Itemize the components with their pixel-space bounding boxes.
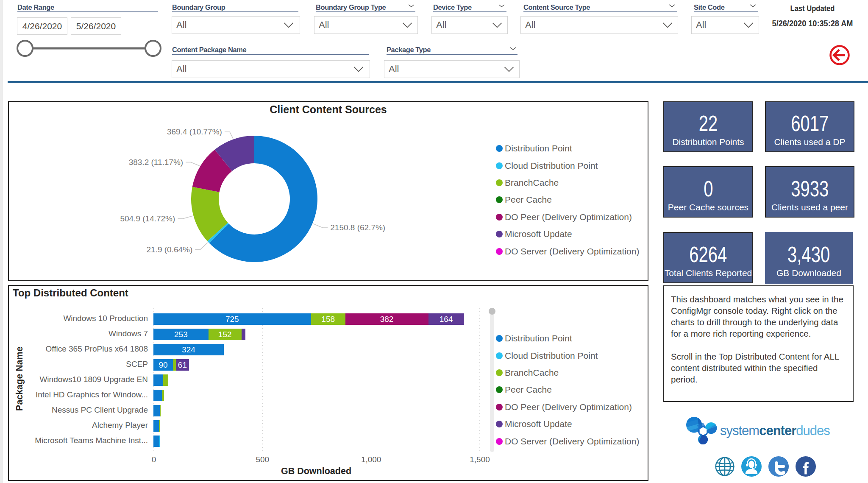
slider-handle-end[interactable] <box>145 41 161 56</box>
legend-label: DO Peer (Delivery Optimization) <box>505 402 632 412</box>
kpi-value: 6017 <box>791 112 829 134</box>
legend-dot-icon <box>496 369 503 376</box>
bar-segment[interactable] <box>162 390 164 401</box>
legend-item[interactable]: DO Server (Delivery Optimization) <box>496 243 639 260</box>
bar-segment[interactable] <box>153 436 159 447</box>
bar-value-label: 253 <box>153 329 209 340</box>
scrollbar-thumb[interactable] <box>489 308 495 315</box>
slicer-underline <box>387 54 517 55</box>
note-paragraph-1: This dashboard matches what you see in t… <box>671 293 846 339</box>
chevron-down-icon[interactable] <box>498 4 505 7</box>
legend-item[interactable]: DO Server (Delivery Optimization) <box>496 433 639 449</box>
chevron-down-icon[interactable] <box>669 4 675 7</box>
gridline <box>262 308 263 451</box>
donut-label-leader <box>195 243 208 249</box>
kpi-label: Clients used a peer <box>771 203 848 212</box>
package-type-dropdown[interactable]: All <box>384 60 520 78</box>
scrollbar-track[interactable] <box>490 308 494 452</box>
kpi-clients-used-dp[interactable]: 6017 Clients used a DP <box>765 101 854 152</box>
legend-dot-icon <box>496 248 503 255</box>
bar-value-label: 725 <box>153 313 311 325</box>
legend-item[interactable]: Cloud Distribution Point <box>496 157 639 174</box>
bar-value-label: 152 <box>209 329 242 340</box>
legend-item[interactable]: Microsoft Update <box>496 226 639 243</box>
date-start-input[interactable]: 4/26/2020 <box>17 17 67 35</box>
website-globe-icon[interactable] <box>715 456 735 477</box>
boundary-group-dropdown[interactable]: All <box>172 16 300 34</box>
legend-label: DO Server (Delivery Optimization) <box>505 436 639 447</box>
bar-segment[interactable] <box>160 405 161 416</box>
note-paragraph-2: Scroll in the Top Distributed Content fo… <box>671 351 846 385</box>
content-package-name-label: Content Package Name <box>172 46 246 54</box>
bar-segment[interactable] <box>159 420 160 432</box>
legend-dot-icon <box>496 352 503 359</box>
legend-dot-icon <box>496 214 503 221</box>
bar-segment[interactable] <box>153 374 163 386</box>
legend-item[interactable]: Peer Cache <box>496 381 639 398</box>
kpi-distribution-points[interactable]: 22 Distribution Points <box>663 101 753 152</box>
legend-label: Distribution Point <box>505 143 572 154</box>
bar-category-label: Office 365 ProPlus x64 1808 <box>26 344 148 354</box>
facebook-icon[interactable] <box>796 456 816 477</box>
bar-segment[interactable] <box>153 405 160 416</box>
chevron-down-icon[interactable] <box>408 4 415 7</box>
kpi-gb-downloaded[interactable]: 3,430 GB Downloaded <box>765 232 853 284</box>
bar-segment[interactable] <box>173 359 176 371</box>
legend-item[interactable]: Microsoft Update <box>496 416 639 433</box>
date-range-slider[interactable] <box>16 39 162 58</box>
device-type-value: All <box>432 20 492 31</box>
content-package-name-dropdown[interactable]: All <box>172 60 370 78</box>
boundary-group-type-value: All <box>314 20 402 31</box>
bar-value-label: 90 <box>153 359 173 371</box>
chevron-down-icon[interactable] <box>510 47 516 50</box>
legend-dot-icon <box>496 145 503 152</box>
slider-handle-start[interactable] <box>17 41 33 56</box>
legend-item[interactable]: Peer Cache <box>496 191 639 208</box>
bar-category-label: Intel HD Graphics for Window... <box>26 390 148 399</box>
content-source-type-dropdown[interactable]: All <box>520 16 678 34</box>
bar-category-label: Windows 7 <box>26 329 148 338</box>
boundary-group-type-dropdown[interactable]: All <box>314 16 418 34</box>
header-divider <box>8 81 868 83</box>
legend-dot-icon <box>496 231 503 237</box>
kpi-label: Distribution Points <box>672 137 744 146</box>
boundary-group-label: Boundary Group <box>172 3 225 11</box>
legend-item[interactable]: Distribution Point <box>496 330 639 347</box>
kpi-value: 3,430 <box>787 243 830 265</box>
bar-segment[interactable] <box>163 374 168 386</box>
legend-label: DO Peer (Delivery Optimization) <box>505 212 632 222</box>
contact-support-icon[interactable] <box>741 456 762 477</box>
x-axis-title: GB Downloaded <box>281 466 351 477</box>
kpi-clients-used-peer[interactable]: 3933 Clients used a peer <box>765 166 854 218</box>
slicer-underline <box>694 11 758 12</box>
kpi-peer-cache-sources[interactable]: 0 Peer Cache sources <box>663 166 753 218</box>
bar-category-label: Microsoft Teams Machine Inst... <box>26 436 148 445</box>
legend-item[interactable]: BranchCache <box>496 364 639 381</box>
chevron-down-icon[interactable] <box>750 4 756 7</box>
bar-category-label: Nessus PC Client Upgrade <box>26 405 148 415</box>
bar-legend: Distribution PointCloud Distribution Poi… <box>496 330 639 450</box>
note-box: This dashboard matches what you see in t… <box>663 285 854 402</box>
bar-segment[interactable] <box>153 390 162 401</box>
legend-item[interactable]: DO Peer (Delivery Optimization) <box>496 209 639 226</box>
legend-item[interactable]: Cloud Distribution Point <box>496 347 639 364</box>
twitter-icon[interactable] <box>768 456 789 477</box>
back-button[interactable] <box>829 45 850 66</box>
legend-item[interactable]: BranchCache <box>496 174 639 191</box>
date-end-input[interactable]: 5/26/2020 <box>71 17 121 35</box>
bar-segment[interactable] <box>159 436 160 447</box>
legend-item[interactable]: Distribution Point <box>496 140 639 157</box>
legend-label: Distribution Point <box>505 333 572 343</box>
slicer-underline <box>316 11 415 12</box>
content-package-name-value: All <box>172 64 353 75</box>
legend-item[interactable]: DO Peer (Delivery Optimization) <box>496 399 639 416</box>
kpi-total-clients-reported[interactable]: 6264 Total Clients Reported <box>663 232 753 283</box>
site-code-dropdown[interactable]: All <box>691 16 759 34</box>
site-code-label: Site Code <box>694 3 725 11</box>
x-tick-label: 1,000 <box>361 455 381 464</box>
bar-segment[interactable] <box>242 329 246 340</box>
legend-dot-icon <box>496 335 503 342</box>
bar-segment[interactable] <box>153 420 159 432</box>
content-source-type-value: All <box>521 20 662 31</box>
device-type-dropdown[interactable]: All <box>431 16 508 34</box>
